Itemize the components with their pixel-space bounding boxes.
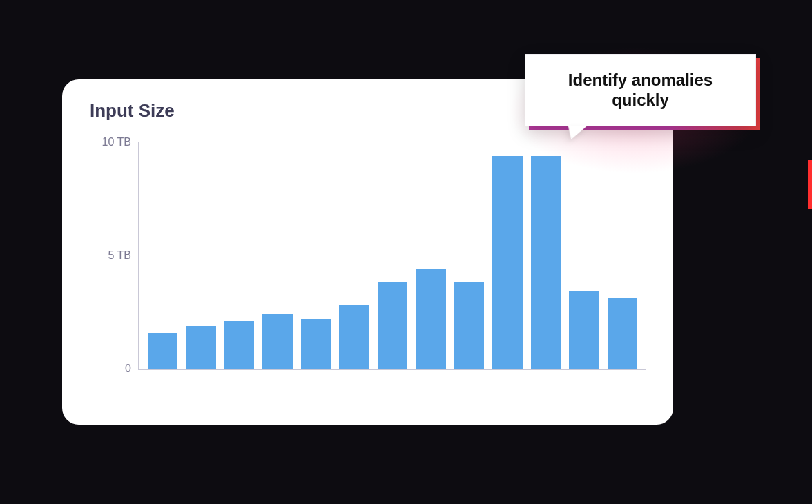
bar xyxy=(301,319,331,369)
bar xyxy=(186,326,215,369)
bar xyxy=(569,291,599,369)
anomaly-callout: Identify anomalies quickly xyxy=(525,54,756,126)
chart-area: 05 TB10 TB xyxy=(90,142,646,370)
y-tick-label: 10 TB xyxy=(102,136,139,148)
plot-region: 05 TB10 TB xyxy=(138,142,646,370)
bar xyxy=(224,321,254,369)
bar xyxy=(454,282,484,369)
bar xyxy=(378,282,407,369)
callout-text: Identify anomalies quickly xyxy=(568,70,713,110)
bar xyxy=(531,156,561,369)
bar xyxy=(608,298,637,369)
bar xyxy=(492,156,522,369)
bar xyxy=(262,314,292,369)
bar xyxy=(148,333,177,369)
edge-accent xyxy=(808,160,812,209)
y-tick-label: 0 xyxy=(125,362,139,375)
bar xyxy=(416,269,445,369)
y-tick-label: 5 TB xyxy=(108,249,140,262)
bars-container xyxy=(148,142,637,369)
bar xyxy=(339,305,369,369)
